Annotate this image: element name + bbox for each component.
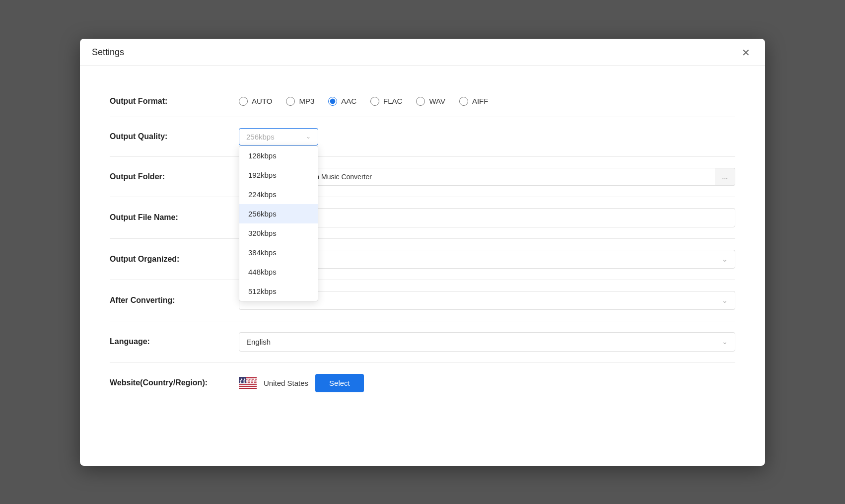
format-mp3[interactable]: MP3: [286, 97, 314, 106]
language-selected: English: [246, 338, 271, 346]
format-wav-label: WAV: [429, 97, 445, 105]
output-organized-row: Output Organized: ⌄: [110, 239, 735, 280]
svg-text:★★★★★: ★★★★★: [240, 378, 257, 381]
quality-chevron-icon: ⌄: [306, 133, 311, 140]
format-auto-label: AUTO: [252, 97, 272, 105]
quality-option-224[interactable]: 224kbps: [239, 185, 318, 204]
quality-dropdown-wrapper: 256kbps ⌄ 128kbps 192kbps 224kbps 256kbp…: [239, 128, 318, 145]
output-filename-row: Output File Name:: [110, 197, 735, 239]
output-quality-label: Output Quality:: [110, 132, 239, 141]
format-flac-label: FLAC: [383, 97, 402, 105]
title-bar: Settings ✕: [80, 39, 765, 66]
output-filename-label: Output File Name:: [110, 213, 239, 222]
quality-option-384[interactable]: 384kbps: [239, 243, 318, 262]
svg-rect-5: [239, 385, 257, 386]
format-mp3-label: MP3: [299, 97, 314, 105]
svg-rect-6: [239, 387, 257, 388]
select-country-button[interactable]: Select: [315, 374, 364, 392]
language-label: Language:: [110, 337, 239, 346]
country-name: United States: [264, 379, 308, 387]
website-label: Website(Country/Region):: [110, 378, 239, 387]
output-quality-row: Output Quality: 256kbps ⌄ 128kbps 192kbp…: [110, 117, 735, 157]
quality-option-320[interactable]: 320kbps: [239, 223, 318, 243]
quality-option-192[interactable]: 192kbps: [239, 165, 318, 185]
output-folder-row: Output Folder: ...: [110, 157, 735, 197]
output-quality-value: 256kbps ⌄ 128kbps 192kbps 224kbps 256kbp…: [239, 128, 735, 145]
format-wav[interactable]: WAV: [416, 97, 445, 106]
language-chevron-icon: ⌄: [722, 338, 728, 346]
language-value: English ⌄: [239, 332, 735, 352]
svg-text:★★★★★★: ★★★★★★: [239, 381, 257, 384]
quality-option-448[interactable]: 448kbps: [239, 262, 318, 282]
quality-option-128[interactable]: 128kbps: [239, 146, 318, 165]
format-flac[interactable]: FLAC: [370, 97, 402, 106]
quality-dropdown-button[interactable]: 256kbps ⌄: [239, 128, 318, 145]
us-flag-icon: ★★★★★★ ★★★★★ ★★★★★★: [239, 377, 257, 389]
output-format-row: Output Format: AUTO MP3 AAC FLAC: [110, 86, 735, 117]
output-format-options: AUTO MP3 AAC FLAC WAV: [239, 97, 735, 106]
output-format-label: Output Format:: [110, 97, 239, 106]
settings-content: Output Format: AUTO MP3 AAC FLAC: [80, 66, 765, 423]
settings-window: Settings ✕ Output Format: AUTO MP3 AAC: [80, 39, 765, 466]
quality-option-512[interactable]: 512kbps: [239, 282, 318, 301]
folder-browse-button[interactable]: ...: [715, 168, 735, 186]
format-aac-label: AAC: [341, 97, 356, 105]
quality-dropdown-menu: 128kbps 192kbps 224kbps 256kbps 320kbps …: [239, 145, 318, 301]
website-row: Website(Country/Region): ★★★★★★ ★★★★★ ★★…: [110, 363, 735, 403]
window-title: Settings: [92, 47, 124, 58]
after-converting-chevron-icon: ⌄: [722, 296, 728, 304]
output-organized-label: Output Organized:: [110, 255, 239, 264]
language-row: Language: English ⌄: [110, 321, 735, 363]
language-dropdown[interactable]: English ⌄: [239, 332, 735, 352]
after-converting-label: After Converting:: [110, 296, 239, 305]
after-converting-row: After Converting: ⌄: [110, 280, 735, 321]
organized-chevron-icon: ⌄: [722, 255, 728, 263]
format-aac[interactable]: AAC: [328, 97, 356, 106]
close-button[interactable]: ✕: [739, 47, 753, 59]
format-aiff[interactable]: AIFF: [459, 97, 489, 106]
format-auto[interactable]: AUTO: [239, 97, 272, 106]
quality-selected-value: 256kbps: [246, 133, 275, 141]
website-value: ★★★★★★ ★★★★★ ★★★★★★ United States Select: [239, 374, 735, 392]
output-folder-label: Output Folder:: [110, 172, 239, 181]
format-aiff-label: AIFF: [472, 97, 489, 105]
quality-option-256[interactable]: 256kbps: [239, 204, 318, 223]
